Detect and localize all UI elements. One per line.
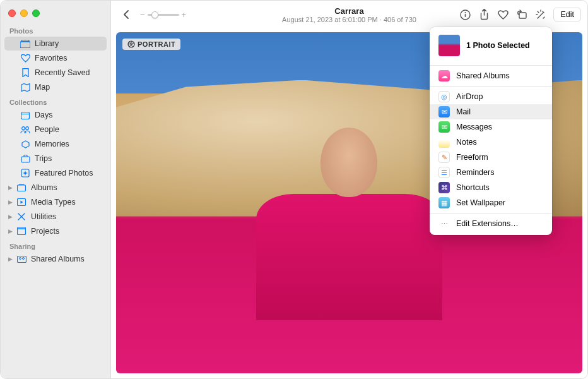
svg-rect-19 [519, 13, 526, 18]
wallpaper-icon: ▦ [438, 197, 450, 208]
share-item-mail[interactable]: ✉︎ Mail [430, 104, 552, 119]
sidebar-label: Map [35, 83, 50, 92]
svg-rect-0 [20, 42, 30, 48]
reminders-icon: ☰ [438, 167, 450, 178]
sidebar-section-collections: Collections [1, 95, 110, 108]
airdrop-icon: ◎ [438, 91, 450, 102]
svg-point-17 [464, 12, 466, 13]
svg-rect-6 [21, 157, 30, 162]
sidebar-label: Utilities [31, 212, 56, 221]
share-item-notes[interactable]: Notes [430, 135, 552, 150]
main-area: − + Carrara August 21, 2023 at 6:01:00 P… [111, 1, 587, 378]
share-item-messages[interactable]: ✉︎ Messages [430, 119, 552, 135]
share-item-wallpaper[interactable]: ▦ Set Wallpaper [430, 195, 552, 210]
heart-icon [498, 10, 509, 20]
sidebar-label: Library [35, 39, 59, 48]
sidebar-item-memories[interactable]: Memories [4, 137, 107, 151]
svg-point-14 [19, 258, 21, 260]
badge-label: PORTRAIT [138, 40, 175, 48]
sidebar: Photos Library Favorites Recently Saved … [1, 1, 111, 378]
svg-rect-12 [18, 227, 26, 229]
share-item-airdrop[interactable]: ◎ AirDrop [430, 89, 552, 104]
sidebar-item-people[interactable]: People [4, 123, 107, 136]
share-item-label: Reminders [456, 168, 494, 177]
sidebar-item-shared-albums[interactable]: ▶ Shared Albums [4, 252, 107, 266]
mail-icon: ✉︎ [438, 106, 450, 117]
share-item-reminders[interactable]: ☰ Reminders [430, 165, 552, 180]
shared-albums-icon: ☁︎ [438, 70, 450, 81]
info-button[interactable] [456, 7, 474, 22]
svg-rect-11 [18, 229, 26, 235]
share-item-shortcuts[interactable]: ⌘ Shortcuts [430, 180, 552, 195]
shared-album-icon [16, 254, 27, 264]
share-button[interactable] [475, 7, 493, 22]
sidebar-label: Albums [31, 183, 57, 192]
sidebar-item-library[interactable]: Library [4, 37, 107, 51]
svg-point-5 [26, 126, 29, 129]
portrait-badge: PORTRAIT [122, 39, 180, 50]
close-window-button[interactable] [8, 9, 16, 17]
sparkle-icon [20, 168, 31, 178]
sidebar-item-days[interactable]: Days [4, 108, 107, 122]
sidebar-label: Recently Saved [35, 68, 90, 77]
chevron-right-icon: ▶ [8, 214, 15, 220]
sidebar-section-photos: Photos [1, 23, 110, 37]
sidebar-item-albums[interactable]: ▶ Albums [4, 181, 107, 195]
album-icon [16, 183, 27, 193]
share-item-label: Shared Albums [456, 71, 510, 80]
favorite-button[interactable] [494, 7, 512, 22]
svg-rect-1 [21, 40, 29, 41]
sidebar-item-featured[interactable]: Featured Photos [4, 166, 107, 180]
edit-button[interactable]: Edit [553, 8, 581, 21]
share-menu-title: 1 Photo Selected [466, 41, 530, 50]
calendar-icon [20, 110, 31, 120]
map-icon [20, 82, 31, 92]
sidebar-item-utilities[interactable]: ▶ Utilities [4, 210, 107, 224]
svg-rect-8 [18, 185, 26, 191]
share-item-label: Mail [456, 107, 471, 116]
notes-icon [438, 136, 450, 148]
chevron-right-icon: ▶ [8, 256, 15, 262]
share-item-shared-albums[interactable]: ☁︎ Shared Albums [430, 68, 552, 83]
shortcuts-icon: ⌘ [438, 182, 450, 193]
zoom-slider[interactable]: − + [140, 10, 186, 20]
sidebar-label: Projects [31, 227, 59, 236]
sidebar-item-recently-saved[interactable]: Recently Saved [4, 66, 107, 80]
projects-icon [16, 226, 27, 236]
sidebar-label: Featured Photos [35, 169, 93, 177]
chevron-right-icon: ▶ [8, 184, 15, 191]
rotate-button[interactable] [513, 7, 531, 22]
minimize-window-button[interactable] [20, 9, 28, 17]
sidebar-item-favorites[interactable]: Favorites [4, 51, 107, 65]
svg-point-15 [22, 258, 24, 260]
share-item-freeform[interactable]: ✎ Freeform [430, 150, 552, 165]
sidebar-item-trips[interactable]: Trips [4, 152, 107, 165]
toolbar: − + Carrara August 21, 2023 at 6:01:00 P… [111, 1, 587, 28]
bookmark-icon [20, 68, 31, 78]
more-icon: ⋯ [438, 218, 450, 229]
chevron-right-icon: ▶ [8, 199, 15, 205]
share-menu-header: 1 Photo Selected [430, 31, 552, 63]
share-thumbnail [438, 35, 460, 56]
sidebar-item-media-types[interactable]: ▶ Media Types [4, 195, 107, 209]
sidebar-label: Trips [35, 154, 52, 163]
sidebar-item-projects[interactable]: ▶ Projects [4, 224, 107, 238]
suitcase-icon [20, 153, 31, 164]
photo-subtitle: August 21, 2023 at 6:01:00 PM · 406 of 7… [282, 16, 416, 23]
share-item-label: Edit Extensions… [456, 219, 519, 228]
share-item-edit-extensions[interactable]: ⋯ Edit Extensions… [430, 216, 552, 231]
media-icon [16, 197, 27, 207]
back-button[interactable] [117, 7, 135, 22]
share-item-label: Freeform [456, 153, 488, 162]
sidebar-label: Media Types [31, 198, 76, 207]
svg-rect-9 [19, 184, 25, 185]
auto-enhance-button[interactable] [532, 7, 550, 22]
chevron-right-icon: ▶ [8, 228, 15, 234]
fullscreen-window-button[interactable] [32, 9, 40, 17]
svg-rect-18 [465, 14, 466, 17]
sidebar-item-map[interactable]: Map [4, 80, 107, 94]
wand-icon [536, 9, 546, 20]
toolbar-title-area: Carrara August 21, 2023 at 6:01:00 PM · … [282, 6, 416, 23]
heart-icon [20, 53, 31, 63]
sidebar-label: Memories [35, 140, 69, 148]
